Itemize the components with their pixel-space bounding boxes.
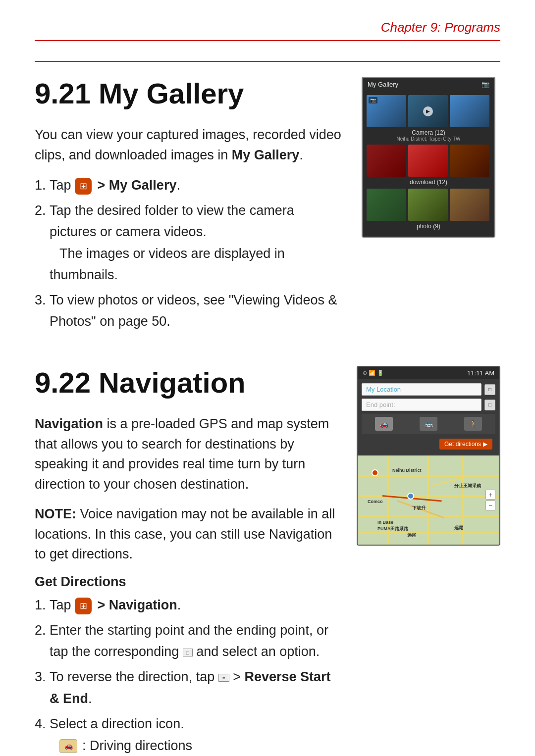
get-directions-btn-label: Get directions [444, 441, 481, 448]
gallery-title: 9.21 My Gallery [35, 77, 342, 110]
gallery-phone-screen: My Gallery 📷 📷 ▶ Came [362, 77, 495, 238]
gallery-step2-indent: The images or videos are displayed in th… [50, 246, 285, 282]
nav-step1-bold: > Navigation [98, 598, 177, 612]
map-label-8: 远尾 [454, 525, 463, 531]
download-label: download (12) [367, 179, 490, 186]
nav-car-btn[interactable]: 🚗 [375, 417, 393, 431]
photo-thumb-row [367, 189, 490, 221]
thumb-dl3 [450, 145, 489, 177]
nav-note-label: NOTE: [35, 506, 76, 521]
nav-status-icons: ⊕ 📶 🔋 [363, 370, 384, 376]
app-icon-nav [75, 598, 92, 614]
get-directions-heading: Get Directions [35, 574, 337, 590]
driving-label: : Driving directions [82, 735, 192, 756]
thumb-cam1: 📷 [367, 95, 406, 127]
gallery-step1-bold: > My Gallery [98, 178, 177, 193]
map-label-1: Neihu District [392, 468, 422, 473]
page-container: Chapter 9: Programs 9.21 My Gallery You … [0, 0, 535, 756]
map-zoom-controls: + − [485, 490, 495, 510]
map-road-v3 [462, 455, 464, 545]
cam-icon-sm: 📷 [369, 97, 377, 103]
gallery-phone-cam-icon: 📷 [482, 81, 489, 88]
get-directions-btn[interactable]: Get directions ▶ [439, 439, 492, 450]
direction-icons-list: 🚗 : Driving directions 🚌 : Transit direc… [50, 735, 337, 756]
chapter-label: Chapter 9: Programs [381, 20, 500, 35]
thumb-dl2 [408, 145, 448, 177]
nav-end-point-field[interactable]: End point: [362, 399, 482, 411]
gallery-phone-titlebar: My Gallery 📷 [363, 78, 494, 91]
nav-step-4: Select a direction icon. 🚗 : Driving dir… [50, 713, 337, 756]
map-label-4: 分止王城采购 [454, 483, 481, 489]
gallery-phone-title: My Gallery [368, 81, 398, 88]
nav-title: 9.22 Navigation [35, 366, 337, 399]
bullet-driving: 🚗 : Driving directions [59, 735, 337, 756]
get-dir-btn-row: Get directions ▶ [362, 437, 495, 452]
nav-transport-row: 🚗 🚌 🚶 [362, 414, 495, 434]
map-label-2: Comco [368, 499, 383, 504]
gallery-steps-list: Tap > My Gallery. Tap the desired folder… [35, 175, 342, 332]
download-thumb-row [367, 145, 490, 177]
map-label-7: 远尾 [407, 532, 416, 539]
nav-phone-statusbar: ⊕ 📶 🔋 11:11 AM [358, 367, 499, 379]
navigation-section: 9.22 Navigation Navigation is a pre-load… [35, 366, 500, 756]
gallery-section: 9.21 My Gallery You can view your captur… [35, 77, 500, 336]
nav-end-point-row: End point: □ [362, 399, 495, 411]
gallery-phone-block: My Gallery 📷 📷 ▶ Came [362, 77, 500, 336]
nav-bus-btn[interactable]: 🚌 [420, 417, 437, 431]
nav-field-icon: □ [183, 649, 193, 656]
gallery-intro-end: . [299, 148, 303, 162]
nav-step-3: To reverse the direction, tap ≡ > Revers… [50, 666, 337, 709]
thumb-dl1 [367, 145, 406, 177]
gallery-step-3: To view photos or videos, see "Viewing V… [50, 290, 342, 332]
nav-steps-list: Tap > Navigation. Enter the starting poi… [35, 595, 337, 756]
gallery-intro-bold: My Gallery [232, 148, 300, 162]
nav-reverse-icon: ≡ [218, 674, 229, 682]
gallery-step-2: Tap the desired folder to view the camer… [50, 200, 342, 286]
nav-text-block: 9.22 Navigation Navigation is a pre-load… [35, 366, 337, 756]
gallery-step-1: Tap > My Gallery. [50, 175, 342, 196]
nav-intro-bold: Navigation [35, 416, 103, 431]
nav-note-block: NOTE: Voice navigation may not be availa… [35, 504, 337, 564]
thumb-ph3 [450, 189, 489, 221]
gallery-intro: You can view your captured images, recor… [35, 125, 342, 165]
map-zoom-out[interactable]: − [485, 501, 495, 510]
header-divider [35, 61, 500, 62]
chapter-header: Chapter 9: Programs [35, 20, 500, 41]
map-zoom-in[interactable]: + [485, 490, 495, 500]
map-label-5: In Base [377, 520, 393, 525]
thumb-ph2 [408, 189, 448, 221]
gallery-text-block: 9.21 My Gallery You can view your captur… [35, 77, 342, 336]
nav-step-1: Tap > Navigation. [50, 595, 337, 616]
nav-time: 11:11 AM [467, 369, 494, 377]
nav-intro-para: Navigation is a pre-loaded GPS and map s… [35, 414, 337, 494]
photo-label: photo (9) [367, 223, 490, 230]
map-label-3: 下坡升 [412, 505, 426, 511]
nav-endpoint-icon: □ [484, 400, 495, 410]
nav-map-area: Neihu District Comco 下坡升 分止王城采购 In Base … [358, 455, 499, 545]
map-label-6: PUMA田路系路 [377, 526, 409, 532]
get-dir-arrow: ▶ [483, 441, 487, 448]
camera-thumb-row: 📷 ▶ [367, 95, 490, 127]
nav-my-location-row: My Location □ [362, 383, 495, 396]
app-icon-gallery [75, 178, 92, 195]
camera-label: Camera (12) Neihu District, Taipei City … [367, 129, 490, 142]
driving-icon: 🚗 [59, 739, 77, 753]
thumb-cam2: ▶ [408, 95, 448, 127]
play-icon: ▶ [423, 106, 433, 116]
nav-step-2: Enter the starting point and the ending … [50, 620, 337, 662]
nav-step3-bold: Reverse Start & End [50, 669, 331, 706]
gallery-thumb-area: 📷 ▶ Camera (12) Neihu District, Taipei C… [363, 91, 494, 237]
nav-location-icon: □ [484, 384, 495, 395]
thumb-cam3 [450, 95, 489, 127]
nav-my-location-field[interactable]: My Location [362, 383, 482, 396]
nav-walk-btn[interactable]: 🚶 [464, 417, 482, 431]
nav-form-area: My Location □ End point: □ 🚗 🚌 🚶 [358, 379, 499, 455]
thumb-ph1 [367, 189, 406, 221]
nav-phone-block: ⊕ 📶 🔋 11:11 AM My Location □ End point: … [357, 366, 500, 756]
nav-note-text: Voice navigation may not be available in… [35, 506, 335, 561]
camera-sub: Neihu District, Taipei City TW [367, 136, 490, 142]
nav-phone-screen: ⊕ 📶 🔋 11:11 AM My Location □ End point: … [357, 366, 500, 546]
